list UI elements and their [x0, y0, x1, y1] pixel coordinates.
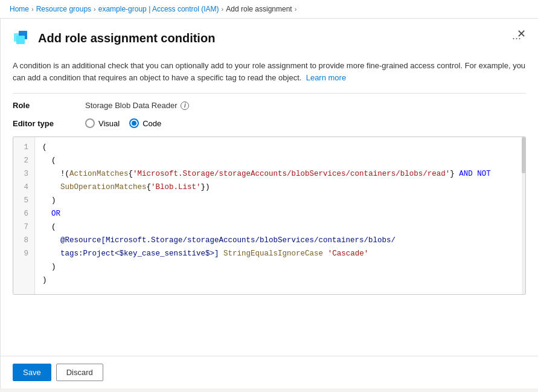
visual-radio-circle [85, 118, 95, 128]
panel-body: A condition is an additional check that … [1, 53, 538, 356]
code-line-5: OR [42, 207, 518, 220]
code-radio-option[interactable]: Code [129, 118, 161, 128]
breadcrumb: Home › Resource groups › example-group |… [0, 0, 538, 19]
role-value: Storage Blob Data Reader i [85, 101, 189, 110]
role-field-row: Role Storage Blob Data Reader i [13, 101, 526, 110]
breadcrumb-chevron: › [295, 5, 297, 13]
code-line-8: ) [42, 260, 518, 274]
code-line-4: ) [42, 194, 518, 207]
breadcrumb-sep-3: › [222, 5, 224, 13]
code-radio-circle [129, 118, 139, 128]
role-label: Role [13, 101, 61, 110]
learn-more-link[interactable]: Learn more [306, 73, 346, 82]
code-line-3: !(ActionMatches{'Microsoft.Storage/stora… [42, 167, 518, 194]
breadcrumb-add-role: Add role assignment [226, 5, 292, 13]
editor-type-label: Editor type [13, 119, 61, 128]
panel-title: Add role assignment condition [38, 31, 501, 45]
panel-footer: Save Discard [1, 356, 538, 388]
code-editor-wrapper: 1 2 3 4 5 6 7 8 9 ( ( !(ActionMatches{'M… [13, 137, 526, 295]
visual-radio-label: Visual [98, 119, 120, 128]
scrollbar-thumb[interactable] [522, 137, 525, 173]
role-info-icon[interactable]: i [181, 101, 189, 110]
breadcrumb-home[interactable]: Home [10, 5, 29, 13]
panel-header: Add role assignment condition ··· [1, 19, 538, 53]
breadcrumb-sep-1: › [31, 5, 34, 13]
close-button[interactable]: ✕ [517, 28, 526, 39]
add-role-assignment-panel: Add role assignment condition ··· ✕ A co… [0, 19, 538, 388]
visual-radio-option[interactable]: Visual [85, 118, 120, 128]
save-button[interactable]: Save [13, 364, 51, 381]
code-line-9: ) [42, 274, 518, 287]
code-content[interactable]: ( ( !(ActionMatches{'Microsoft.Storage/s… [35, 137, 525, 294]
discard-button[interactable]: Discard [56, 364, 103, 381]
code-line-7: @Resource[Microsoft.Storage/storageAccou… [42, 234, 518, 260]
code-line-1: ( [42, 141, 518, 154]
breadcrumb-sep-2: › [94, 5, 96, 13]
code-line-6: ( [42, 220, 518, 234]
editor-type-row: Editor type Visual Code [13, 118, 526, 128]
panel-icon [13, 28, 32, 48]
code-editor[interactable]: 1 2 3 4 5 6 7 8 9 ( ( !(ActionMatches{'M… [13, 137, 525, 294]
description-text: A condition is an additional check that … [13, 60, 526, 83]
line-numbers: 1 2 3 4 5 6 7 8 9 [13, 137, 35, 294]
breadcrumb-resource-groups[interactable]: Resource groups [36, 5, 91, 13]
code-line-2: ( [42, 154, 518, 167]
code-radio-label: Code [143, 119, 161, 128]
breadcrumb-iam[interactable]: example-group | Access control (IAM) [98, 5, 219, 13]
editor-type-radio-group: Visual Code [85, 118, 161, 128]
svg-rect-2 [16, 36, 25, 44]
section-divider [13, 93, 526, 94]
scrollbar-track [522, 137, 525, 294]
